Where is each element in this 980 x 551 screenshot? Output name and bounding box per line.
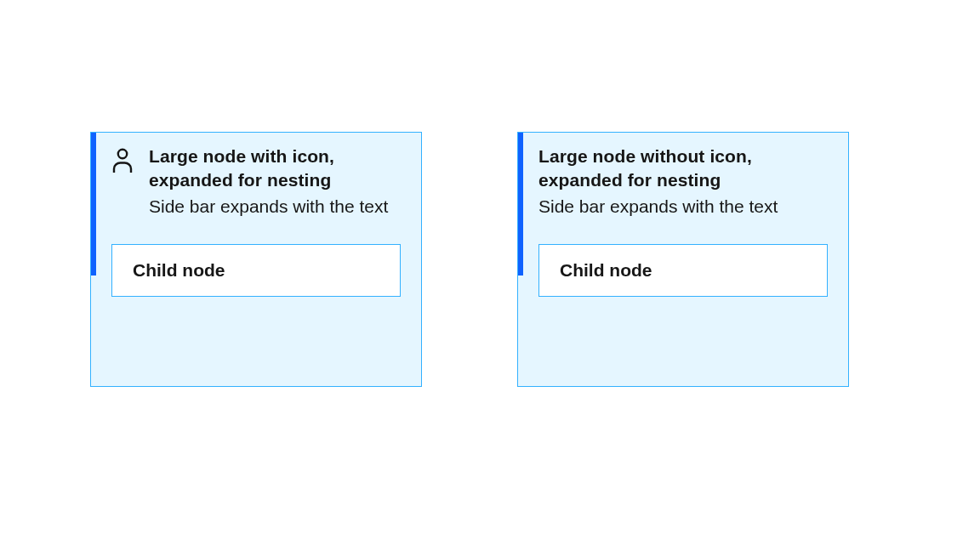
node-card-without-icon: Large node without icon, expanded for ne… bbox=[517, 132, 849, 387]
node-text: Large node without icon, expanded for ne… bbox=[538, 145, 828, 219]
child-node: Child node bbox=[538, 244, 828, 297]
child-node: Child node bbox=[111, 244, 401, 297]
node-card-with-icon: Large node with icon, expanded for nesti… bbox=[90, 132, 422, 387]
node-sidebar bbox=[91, 133, 96, 276]
svg-point-0 bbox=[118, 150, 127, 158]
node-text: Large node with icon, expanded for nesti… bbox=[149, 145, 401, 219]
diagram-canvas: Large node with icon, expanded for nesti… bbox=[0, 0, 980, 551]
user-icon bbox=[111, 148, 149, 173]
node-sidebar bbox=[518, 133, 523, 276]
child-node-label: Child node bbox=[560, 260, 806, 281]
child-node-label: Child node bbox=[133, 260, 379, 281]
node-header: Large node with icon, expanded for nesti… bbox=[91, 133, 421, 234]
node-header: Large node without icon, expanded for ne… bbox=[518, 133, 848, 234]
node-title: Large node with icon, expanded for nesti… bbox=[149, 145, 401, 193]
node-subtitle: Side bar expands with the text bbox=[538, 195, 828, 219]
node-subtitle: Side bar expands with the text bbox=[149, 195, 401, 219]
node-title: Large node without icon, expanded for ne… bbox=[538, 145, 828, 193]
icon-slot bbox=[111, 145, 149, 173]
